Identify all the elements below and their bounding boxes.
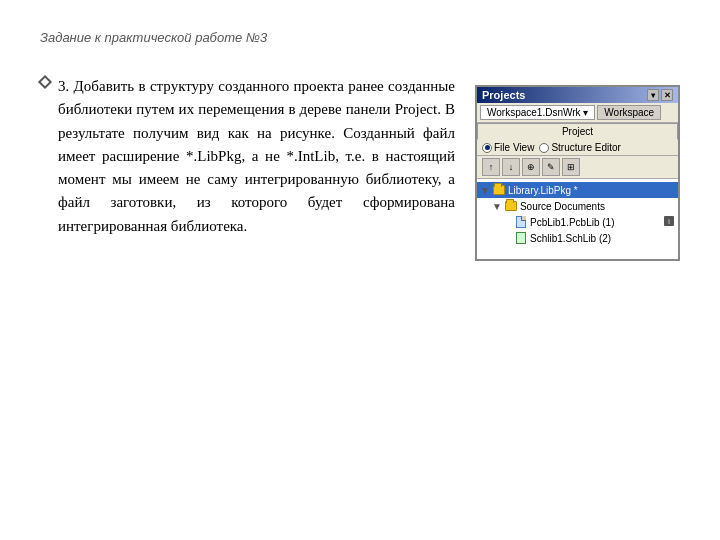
folder-icon-root [492,183,506,197]
bullet-item: 3. Добавить в структуру созданного проек… [40,75,455,238]
toolbar-btn-1[interactable]: ↑ [482,158,500,176]
panel-workspace-tabs: Workspace1.DsnWrk ▾ Workspace [477,103,678,123]
structure-editor-option[interactable]: Structure Editor [539,142,620,153]
panel-pin-button[interactable]: ▾ [647,89,659,101]
tree-item-schlib[interactable]: ▶ Schlib1.SchLib (2) [477,230,678,246]
tab-project[interactable]: Project [477,123,678,140]
panel-title: Projects [482,89,525,101]
text-block: 3. Добавить в структуру созданного проек… [40,75,455,238]
toolbar-btn-2[interactable]: ↓ [502,158,520,176]
tree-label-root: Library.LibPkg * [508,185,578,196]
structure-editor-label: Structure Editor [551,142,620,153]
panel-toolbar: ↑ ↓ ⊕ ✎ ⊞ [477,156,678,179]
bullet-diamond-icon [38,75,52,89]
pcblib-badge: i [663,215,675,229]
panel-titlebar-controls: ▾ ✕ [647,89,673,101]
slide-container: Задание к практической работе №3 3. Доба… [0,0,720,540]
tree-label-pcblib: PcbLib1.PcbLib (1) [530,217,615,228]
structure-editor-radio[interactable] [539,143,549,153]
panel-tree: ▼ Library.LibPkg * ▼ Source Documents [477,179,678,259]
projects-panel: Projects ▾ ✕ Workspace1.DsnWrk ▾ Workspa… [475,85,680,261]
file-view-label: File View [494,142,534,153]
toolbar-btn-4[interactable]: ✎ [542,158,560,176]
tree-item-source-docs[interactable]: ▼ Source Documents [477,198,678,214]
content-area: 3. Добавить в структуру созданного проек… [40,75,680,261]
panel-tabs: Project [477,123,678,140]
tree-item-pcblib[interactable]: ▶ PcbLib1.PcbLib (1) i [477,214,678,230]
folder-icon-source [504,199,518,213]
bullet-text: 3. Добавить в структуру созданного проек… [58,75,455,238]
schlib-file-icon [514,231,528,245]
file-view-option[interactable]: File View [482,142,534,153]
panel-view-row: File View Structure Editor [477,140,678,156]
tree-label-source: Source Documents [520,201,605,212]
workspace-tab[interactable]: Workspace1.DsnWrk ▾ [480,105,595,120]
slide-title: Задание к практической работе №3 [40,30,680,45]
tree-label-schlib: Schlib1.SchLib (2) [530,233,611,244]
file-view-radio[interactable] [482,143,492,153]
pcblib-file-icon [514,215,528,229]
toolbar-btn-3[interactable]: ⊕ [522,158,540,176]
tree-item-root[interactable]: ▼ Library.LibPkg * [477,182,678,198]
panel-close-button[interactable]: ✕ [661,89,673,101]
toolbar-btn-5[interactable]: ⊞ [562,158,580,176]
workspace-right-tab[interactable]: Workspace [597,105,661,120]
expand-icon-source: ▼ [492,201,502,212]
panel-titlebar: Projects ▾ ✕ [477,87,678,103]
expand-icon-root: ▼ [480,185,490,196]
